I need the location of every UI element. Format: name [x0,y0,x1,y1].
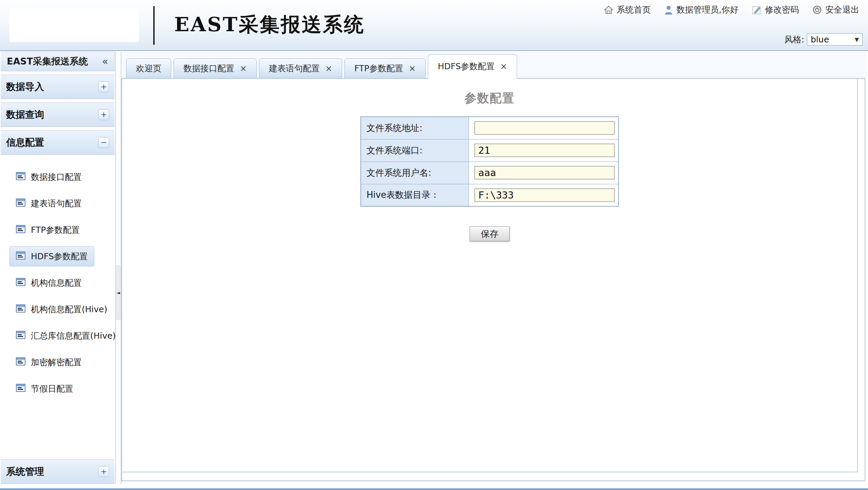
sidebar-submenu: 数据接口配置 建表语句配置 FTP参数配置 HDFS参数配置 机构信息配置 机构… [1,155,115,402]
tab-welcome[interactable]: 欢迎页 [126,58,171,78]
app-title: EAST采集报送系统 [174,12,365,38]
sidebar-item-data-interface-config[interactable]: 数据接口配置 [1,164,115,190]
sidebar-item-create-table-config[interactable]: 建表语句配置 [1,190,115,216]
logo-placeholder [9,9,139,42]
sidebar-item-label: FTP参数配置 [31,224,80,235]
field-label-filesystem-username: 文件系统用户名: [361,162,469,184]
app-header: EAST采集报送系统 系统首页 数据管理员,你好 修改密码 安全退出 [0,0,868,51]
sidebar-item-label: 节假日配置 [31,383,73,394]
sidebar-collapse-icon[interactable]: « [102,56,108,67]
nav-logout-link[interactable]: 安全退出 [812,4,859,15]
nav-change-password-link[interactable]: 修改密码 [752,4,799,15]
close-icon[interactable]: × [240,64,247,73]
filesystem-username-input[interactable] [474,166,615,180]
sidebar-group-label: 数据导入 [6,80,44,93]
top-nav: 系统首页 数据管理员,你好 修改密码 安全退出 [604,4,859,15]
style-select-value: blue [811,35,829,44]
field-label-filesystem-port: 文件系统端口: [361,139,469,162]
form-doc-icon [16,304,25,314]
logo-divider [153,6,155,45]
sidebar-item-hdfs-config[interactable]: HDFS参数配置 [1,243,115,269]
sidebar-splitter[interactable]: ◄ [115,52,121,484]
field-label-filesystem-address: 文件系统地址: [361,117,469,139]
close-icon[interactable]: × [409,64,416,73]
sidebar-item-label: 机构信息配置 [31,277,82,288]
sidebar-item-label: 建表语句配置 [31,198,82,209]
tab-label: 建表语句配置 [269,63,320,74]
form-doc-icon [16,278,25,287]
param-config-form: 参数配置 文件系统地址: 文件系统端口: [360,90,619,241]
sidebar-group-data-import[interactable]: 数据导入 + [1,75,115,99]
sidebar-header: EAST采集报送系统 « [1,52,115,71]
form-doc-icon [16,225,25,234]
sidebar-group-info-config[interactable]: 信息配置 − [1,130,115,155]
form-doc-icon [16,357,25,367]
form-doc-icon [16,172,25,182]
sidebar-item-label: 加密解密配置 [31,357,82,368]
nav-home-link[interactable]: 系统首页 [604,4,651,15]
expand-icon[interactable]: + [98,81,109,92]
sidebar-item-summary-db-hive-config[interactable]: 汇总库信息配置(Hive) [1,322,115,349]
form-doc-icon [16,199,25,208]
content-viewport: 参数配置 文件系统地址: 文件系统端口: [122,79,858,472]
form-title: 参数配置 [360,90,619,106]
sidebar-group-label: 信息配置 [6,136,44,149]
splitter-collapse-handle[interactable]: ◄ [116,265,120,320]
sidebar-item-org-info-config[interactable]: 机构信息配置 [1,269,115,296]
form-doc-icon [16,251,25,261]
sidebar-title: EAST采集报送系统 [7,55,88,68]
tab-data-interface-config[interactable]: 数据接口配置 × [174,58,257,78]
style-label: 风格: [785,34,804,45]
tab-ftp-config[interactable]: FTP参数配置 × [344,58,426,78]
sidebar-group-label: 数据查询 [6,108,44,121]
sidebar-item-ftp-config[interactable]: FTP参数配置 [1,216,115,243]
save-row: 保存 [360,226,619,241]
tab-label: 欢迎页 [136,63,161,74]
sidebar-item-org-info-hive-config[interactable]: 机构信息配置(Hive) [1,296,115,322]
tab-label: 数据接口配置 [183,63,234,74]
chevron-down-icon: ▼ [855,36,859,43]
tab-bar: 欢迎页 数据接口配置 × 建表语句配置 × FTP参数配置 × HDFS参数配置… [121,52,867,78]
tab-label: FTP参数配置 [354,63,403,74]
sidebar-group-data-query[interactable]: 数据查询 + [1,102,115,127]
expand-icon[interactable]: + [98,466,109,477]
tab-hdfs-config[interactable]: HDFS参数配置 × [428,54,517,79]
nav-home-label: 系统首页 [617,4,651,15]
tab-create-table-config[interactable]: 建表语句配置 × [259,58,342,78]
sidebar: EAST采集报送系统 « 数据导入 + 数据查询 + 信息配置 − 数据接口配置… [1,52,115,484]
tab-label: HDFS参数配置 [438,61,495,72]
filesystem-port-input[interactable] [474,144,615,157]
form-doc-icon [16,384,25,393]
power-icon [812,5,822,15]
close-icon[interactable]: × [325,64,332,73]
close-icon[interactable]: × [500,62,507,71]
nav-user-link[interactable]: 数据管理员,你好 [664,4,738,15]
hive-data-dir-input[interactable] [474,188,615,202]
param-table: 文件系统地址: 文件系统端口: 文件系统用户名: [360,116,619,207]
home-icon [604,5,613,14]
expand-icon[interactable]: + [98,109,109,120]
nav-user-label: 数据管理员,你好 [676,4,738,15]
pencil-icon [752,5,762,15]
table-row: 文件系统用户名: [361,162,618,184]
window-bottom-edge [0,488,868,490]
field-cell [469,162,618,184]
filesystem-address-input[interactable] [474,121,615,135]
content-panel: 参数配置 文件系统地址: 文件系统端口: [121,78,865,481]
collapse-minus-icon[interactable]: − [98,137,109,148]
nav-logout-label: 安全退出 [825,4,859,15]
sidebar-item-holiday-config[interactable]: 节假日配置 [1,375,115,402]
table-row: Hive表数据目录： [361,184,618,206]
sidebar-item-label: 机构信息配置(Hive) [31,304,107,315]
user-icon [664,5,673,15]
table-row: 文件系统端口: [361,139,618,162]
sidebar-item-encrypt-decrypt-config[interactable]: 加密解密配置 [1,349,115,375]
arrow-left-icon: ◄ [117,290,120,295]
sidebar-group-label: 系统管理 [6,465,44,478]
style-select[interactable]: blue ▼ [807,33,863,45]
sidebar-item-label: 汇总库信息配置(Hive) [31,330,116,341]
field-cell [469,117,618,139]
save-button[interactable]: 保存 [470,226,510,241]
nav-change-password-label: 修改密码 [765,4,799,15]
sidebar-group-system-management[interactable]: 系统管理 + [1,459,115,484]
